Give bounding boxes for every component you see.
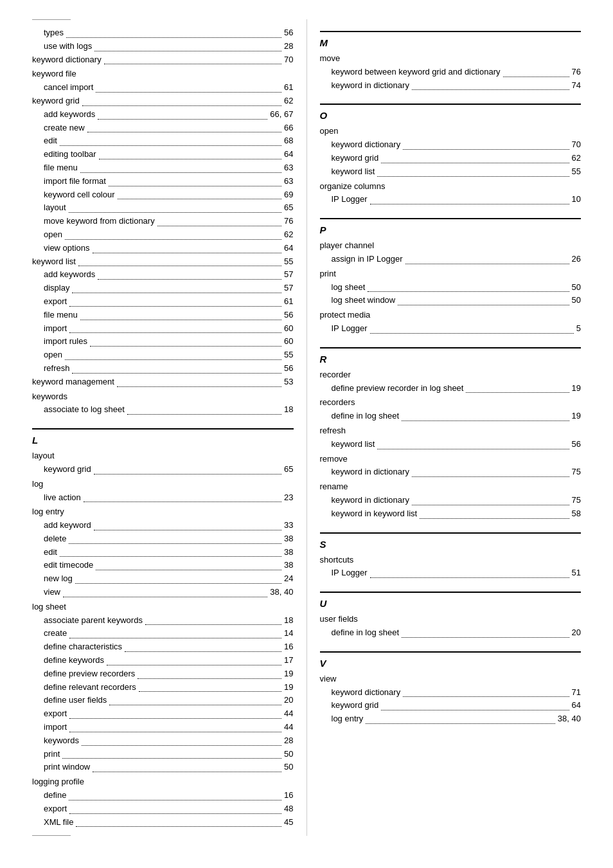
index-entry: add keywords57 (44, 268, 294, 282)
index-entry: import rules60 (44, 335, 294, 348)
entry-label: delete (44, 532, 66, 546)
entry-label: keyword dictionary (32, 53, 102, 67)
section-divider-V (320, 651, 582, 653)
entry-dots (98, 119, 267, 120)
entry-dots (412, 476, 569, 477)
entry-page: 60 (284, 335, 293, 348)
entry-page: 38, 40 (270, 586, 293, 599)
entry-dots (60, 556, 281, 557)
index-entry: keyword list55 (32, 255, 294, 269)
entry-page: 28 (284, 40, 293, 53)
entry-page: 17 (284, 654, 293, 667)
section-l-entries: layoutkeyword grid65loglive action23log … (32, 449, 294, 829)
entry-label: view (44, 586, 60, 599)
index-entry: keyword between keyword grid and diction… (332, 66, 582, 79)
category-label: organize columns (320, 180, 582, 194)
index-entry: view38, 40 (44, 586, 294, 599)
entry-dots (72, 293, 281, 293)
entry-page: 28 (284, 734, 293, 748)
category-label: shortcuts (320, 554, 582, 567)
entry-page: 58 (572, 507, 581, 521)
index-entry: view options64 (44, 242, 294, 255)
entry-page: 65 (284, 201, 293, 215)
index-entry: keywords28 (44, 734, 294, 748)
entry-label: import (44, 721, 67, 734)
entry-label: open (44, 228, 62, 242)
entry-dots (412, 505, 569, 505)
entry-dots (69, 732, 281, 732)
index-entry: define user fields20 (44, 694, 294, 707)
entry-label: import rules (44, 335, 87, 348)
index-entry: define in log sheet20 (332, 626, 582, 640)
entry-label: associate to log sheet (44, 403, 125, 417)
entry-label: file menu (44, 161, 78, 175)
entry-dots (366, 723, 555, 724)
entry-page: 38 (284, 546, 293, 559)
section-letter-O: O (320, 110, 328, 121)
entry-page: 69 (284, 188, 293, 202)
entry-dots (76, 826, 281, 827)
entry-label: define preview recorders (44, 667, 135, 681)
index-entry: import file format63 (44, 175, 294, 188)
entry-label: edit timecode (44, 559, 93, 572)
index-entry: define preview recorder in log sheet19 (332, 382, 582, 395)
entry-label: export (44, 707, 67, 721)
index-entry: keyword cell colour69 (44, 188, 294, 202)
entry-label: keyword grid (32, 95, 80, 108)
entry-page: 10 (572, 193, 581, 206)
category-label: recorder (320, 368, 582, 382)
entry-dots (94, 51, 281, 51)
entry-page: 71 (572, 686, 581, 700)
entry-label: define in log sheet (332, 626, 400, 640)
section-divider-U (320, 592, 582, 593)
entry-label: define in log sheet (332, 410, 400, 423)
category-label: protect media (320, 309, 582, 322)
entry-dots (466, 392, 569, 393)
section-letter-V: V (320, 658, 326, 669)
entry-dots (420, 518, 569, 519)
index-entry: XML file45 (44, 816, 294, 829)
section-header-R: R (320, 354, 582, 365)
entry-label: define relevant recorders (44, 681, 136, 694)
index-page: types56use with logs28keyword dictionary… (0, 13, 613, 842)
entry-page: 56 (572, 438, 581, 451)
entry-label: import (44, 322, 67, 336)
section-letter-L: L (32, 435, 38, 446)
entry-label: editing toolbar (44, 148, 96, 161)
index-entry: assign in IP Logger26 (332, 253, 582, 266)
entry-label: add keyword (44, 519, 91, 532)
category-label: keyword file (32, 68, 294, 81)
index-entry: export44 (44, 707, 294, 721)
section-header-S: S (320, 539, 582, 550)
left-column: types56use with logs28keyword dictionary… (19, 19, 307, 836)
index-entry: keyword grid64 (332, 699, 582, 712)
category-label: log sheet (32, 601, 294, 614)
entry-dots (98, 279, 281, 280)
entry-page: 62 (284, 228, 293, 242)
index-entry: keyword dictionary70 (332, 138, 582, 152)
entry-dots (99, 159, 281, 159)
index-entry: log sheet window50 (332, 294, 582, 307)
entry-dots (139, 691, 281, 692)
entry-dots (78, 266, 281, 266)
entry-page: 55 (284, 255, 293, 269)
entry-page: 19 (284, 667, 293, 681)
entry-dots (62, 758, 281, 759)
entry-label: IP Logger (332, 322, 368, 336)
entry-page: 14 (284, 627, 293, 640)
index-entry: layout65 (44, 201, 294, 215)
entry-label: define user fields (44, 694, 107, 707)
entry-dots (117, 386, 281, 387)
index-entry: keyword management53 (32, 375, 294, 389)
category-label: refresh (320, 424, 582, 438)
entry-dots (403, 149, 569, 150)
section-letter-U: U (320, 598, 327, 609)
index-entry: open62 (44, 228, 294, 242)
entry-label: define (44, 789, 66, 802)
entry-label: export (44, 802, 67, 816)
entry-dots (370, 577, 569, 578)
entry-page: 44 (284, 707, 293, 721)
entry-page: 61 (284, 295, 293, 309)
category-label: view (320, 673, 582, 686)
entry-page: 45 (284, 816, 293, 829)
